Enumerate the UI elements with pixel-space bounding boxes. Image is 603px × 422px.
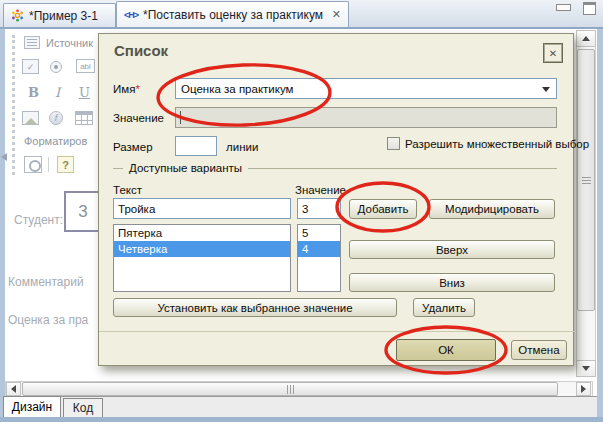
horizontal-scroll-thumb[interactable]	[22, 382, 558, 396]
thumb-grip	[582, 177, 591, 184]
magnifier-glyph	[29, 160, 41, 172]
modify-button[interactable]: Модифицировать	[429, 199, 555, 219]
flash-icon[interactable]: f	[49, 111, 63, 125]
tab-design[interactable]: Дизайн	[3, 396, 61, 417]
arrow-down-icon	[582, 366, 590, 371]
list-item-selected[interactable]: Четверка	[114, 241, 290, 257]
checkbox-control-icon[interactable]: ✓	[22, 59, 39, 74]
size-suffix-label: линии	[226, 141, 258, 153]
name-label-text: Имя	[113, 83, 135, 95]
frame-right-edge	[597, 29, 603, 417]
delete-button[interactable]: Удалить	[413, 298, 475, 317]
options-text-list[interactable]: Пятерка Четверка	[113, 224, 291, 292]
text-column-header: Текст	[113, 184, 142, 196]
list-item[interactable]: Пятерка	[114, 225, 290, 241]
vertical-scroll-thumb[interactable]	[577, 49, 595, 311]
arrow-right-icon	[581, 385, 586, 393]
grade-caption-label: Оценка за пра	[8, 313, 88, 327]
list-properties-dialog: Список ✕ Имя* Оценка за практикум Значен…	[98, 33, 574, 366]
name-combobox-value: Оценка за практикум	[181, 83, 293, 95]
list-item-selected[interactable]: 4	[298, 241, 340, 257]
arrow-left-icon	[11, 385, 16, 393]
image-icon[interactable]	[22, 111, 39, 125]
scroll-up-button[interactable]	[576, 30, 596, 47]
options-value-list[interactable]: 5 4	[297, 224, 341, 292]
option-value-input[interactable]	[297, 198, 341, 219]
radio-control-icon[interactable]	[50, 61, 62, 73]
table-icon[interactable]	[75, 111, 93, 125]
dialog-close-button[interactable]: ✕	[544, 44, 562, 62]
tab-label: *Пример 3-1	[29, 9, 98, 23]
frame-bottom-edge	[0, 417, 603, 422]
source-label: Источник	[46, 37, 93, 49]
list-item[interactable]: 5	[298, 225, 340, 241]
form-designer-icon	[11, 9, 24, 22]
option-text-input[interactable]	[113, 198, 291, 219]
preview-icon[interactable]	[24, 156, 42, 173]
group-title: Доступные варианты	[129, 162, 242, 174]
html-file-icon: <H>	[124, 10, 138, 20]
formatting-label: Форматиров	[24, 135, 87, 147]
group-line-left	[113, 168, 123, 169]
name-label: Имя*	[113, 83, 140, 95]
chevron-down-icon[interactable]	[542, 87, 550, 92]
student-label: Студент:	[14, 213, 63, 227]
multiselect-label: Разрешить множественный выбор	[405, 138, 589, 150]
scroll-down-button[interactable]	[576, 360, 596, 377]
name-combobox[interactable]: Оценка за практикум	[175, 78, 557, 99]
value-field[interactable]	[175, 107, 557, 128]
scroll-left-button[interactable]	[6, 382, 21, 396]
window-maximize-button[interactable]	[583, 2, 596, 15]
size-label: Размер	[113, 141, 153, 153]
arrow-up-icon	[582, 36, 590, 41]
up-button[interactable]: Вверх	[349, 240, 555, 259]
frame-left-edge	[0, 29, 5, 417]
footer-divider	[99, 331, 575, 332]
grade-field[interactable]: 3	[64, 191, 102, 232]
textbox-control-icon[interactable]: abl	[76, 59, 95, 73]
group-line-right	[248, 168, 557, 169]
window-minimize-button[interactable]	[556, 4, 571, 11]
toolbar-separator	[48, 157, 49, 172]
scroll-right-button[interactable]	[576, 382, 591, 396]
document-tabbar: *Пример 3-1 <H> *Поставить оценку за пра…	[0, 0, 603, 29]
radio-dot	[54, 65, 58, 69]
text-caret	[180, 111, 181, 124]
thumb-grip	[287, 385, 294, 394]
cancel-button[interactable]: Отмена	[511, 340, 567, 360]
tab-close-icon[interactable]: ✕	[332, 9, 341, 20]
dialog-title: Список	[114, 42, 168, 59]
available-options-group: Доступные варианты	[113, 162, 557, 174]
tab-code[interactable]: Код	[63, 398, 103, 417]
multiselect-checkbox[interactable]	[387, 137, 400, 150]
tab-primer-3-1[interactable]: *Пример 3-1	[3, 3, 116, 27]
value-label: Значение	[113, 112, 164, 124]
add-button[interactable]: Добавить	[349, 199, 417, 219]
value-column-header: Значение	[295, 184, 346, 196]
collapse-arrow-icon[interactable]	[1, 153, 7, 161]
tab-label: *Поставить оценку за практикум	[143, 8, 323, 22]
tab-postavit-ocenku[interactable]: <H> *Поставить оценку за практикум ✕	[116, 1, 349, 27]
italic-button[interactable]: I	[55, 85, 60, 100]
mountain-glyph	[25, 118, 37, 124]
comment-label: Комментарий	[8, 275, 84, 289]
underline-button[interactable]: U	[79, 85, 90, 100]
help-button[interactable]: ?	[57, 156, 74, 173]
toolbar-drag-handle[interactable]	[12, 35, 15, 175]
text-lines-glyph	[27, 39, 37, 46]
size-input[interactable]	[175, 136, 217, 156]
source-view-icon[interactable]	[24, 36, 40, 49]
ok-button[interactable]: ОК	[396, 339, 496, 361]
set-selected-button[interactable]: Установить как выбранное значение	[113, 298, 397, 317]
bold-button[interactable]: B	[28, 85, 39, 100]
required-asterisk: *	[135, 83, 139, 95]
down-button[interactable]: Вниз	[349, 273, 555, 292]
